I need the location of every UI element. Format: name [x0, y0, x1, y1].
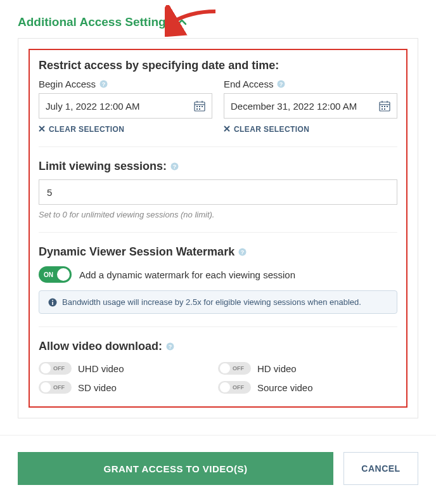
watermark-toggle[interactable]: ON: [39, 266, 72, 283]
svg-text:?: ?: [169, 344, 172, 350]
end-access-value: December 31, 2022 12:00 AM: [231, 101, 357, 112]
watermark-description: Add a dynamic watermark for each viewing…: [79, 269, 295, 280]
svg-rect-21: [384, 108, 385, 110]
toggle-text: ON: [44, 271, 53, 278]
svg-rect-8: [202, 106, 203, 107]
svg-rect-7: [199, 106, 200, 107]
toggle-knob: [220, 363, 230, 373]
svg-rect-20: [382, 108, 383, 110]
annotation-arrow: [165, 5, 222, 37]
svg-rect-19: [387, 106, 388, 107]
clear-begin-button[interactable]: CLEAR SELECTION: [39, 125, 212, 134]
close-icon: [224, 125, 230, 134]
svg-text:?: ?: [102, 81, 106, 87]
begin-access-input[interactable]: July 1, 2022 12:00 AM: [39, 93, 212, 119]
uhd-label: UHD video: [78, 363, 124, 374]
clear-end-button[interactable]: CLEAR SELECTION: [224, 125, 397, 134]
svg-rect-9: [196, 108, 198, 110]
hd-label: HD video: [257, 363, 297, 374]
grant-access-button[interactable]: GRANT ACCESS TO VIDEO(S): [18, 452, 333, 485]
svg-rect-6: [196, 106, 198, 107]
info-icon: [48, 298, 57, 307]
svg-text:?: ?: [279, 81, 283, 87]
calendar-icon[interactable]: [379, 100, 390, 112]
close-icon: [39, 125, 45, 134]
toggle-knob: [57, 268, 70, 281]
help-icon[interactable]: ?: [238, 248, 247, 256]
divider: [39, 326, 397, 327]
download-title: Allow video download:: [39, 340, 162, 353]
svg-rect-28: [52, 300, 53, 301]
restrict-title: Restrict access by specifying date and t…: [39, 59, 397, 72]
svg-text:?: ?: [173, 164, 177, 170]
toggle-text: OFF: [233, 384, 244, 391]
svg-rect-10: [199, 108, 200, 110]
sessions-hint: Set to 0 for unlimited viewing sessions …: [39, 210, 397, 219]
toggle-text: OFF: [53, 384, 65, 391]
sessions-label: Limit viewing sessions:: [39, 160, 167, 173]
section-title: Additional Access Settings: [18, 15, 172, 29]
sd-toggle[interactable]: OFF: [39, 381, 72, 394]
calendar-icon[interactable]: [194, 100, 205, 112]
divider: [39, 146, 397, 147]
begin-access-label: Begin Access: [39, 79, 96, 89]
end-access-label: End Access: [224, 79, 273, 89]
highlighted-area: Restrict access by specifying date and t…: [29, 49, 407, 408]
info-banner: Bandwidth usage will increase by 2.5x fo…: [39, 290, 397, 314]
uhd-toggle[interactable]: OFF: [39, 362, 72, 375]
help-icon[interactable]: ?: [166, 342, 174, 351]
help-icon[interactable]: ?: [170, 162, 179, 171]
begin-access-value: July 1, 2022 12:00 AM: [46, 101, 139, 112]
sessions-input[interactable]: [39, 179, 397, 205]
svg-rect-27: [52, 302, 53, 305]
source-toggle[interactable]: OFF: [218, 381, 251, 394]
sd-label: SD video: [78, 382, 117, 393]
svg-text:?: ?: [241, 249, 245, 255]
hd-toggle[interactable]: OFF: [218, 362, 251, 375]
source-label: Source video: [257, 382, 313, 393]
divider: [39, 232, 397, 233]
svg-rect-17: [382, 106, 383, 107]
cancel-button[interactable]: CANCEL: [343, 452, 418, 485]
clear-label: CLEAR SELECTION: [49, 125, 124, 134]
clear-label: CLEAR SELECTION: [234, 125, 309, 134]
watermark-title: Dynamic Viewer Session Watermark: [39, 245, 234, 259]
help-icon[interactable]: ?: [99, 80, 108, 88]
toggle-knob: [41, 382, 51, 392]
help-icon[interactable]: ?: [277, 80, 285, 88]
footer: GRANT ACCESS TO VIDEO(S) CANCEL: [0, 435, 436, 501]
toggle-text: OFF: [233, 365, 244, 372]
settings-card: Restrict access by specifying date and t…: [18, 38, 418, 418]
end-access-input[interactable]: December 31, 2022 12:00 AM: [224, 93, 397, 119]
banner-text: Bandwidth usage will increase by 2.5x fo…: [62, 297, 361, 307]
svg-rect-18: [384, 106, 385, 107]
toggle-knob: [41, 363, 51, 373]
toggle-text: OFF: [53, 365, 65, 372]
toggle-knob: [220, 382, 230, 392]
